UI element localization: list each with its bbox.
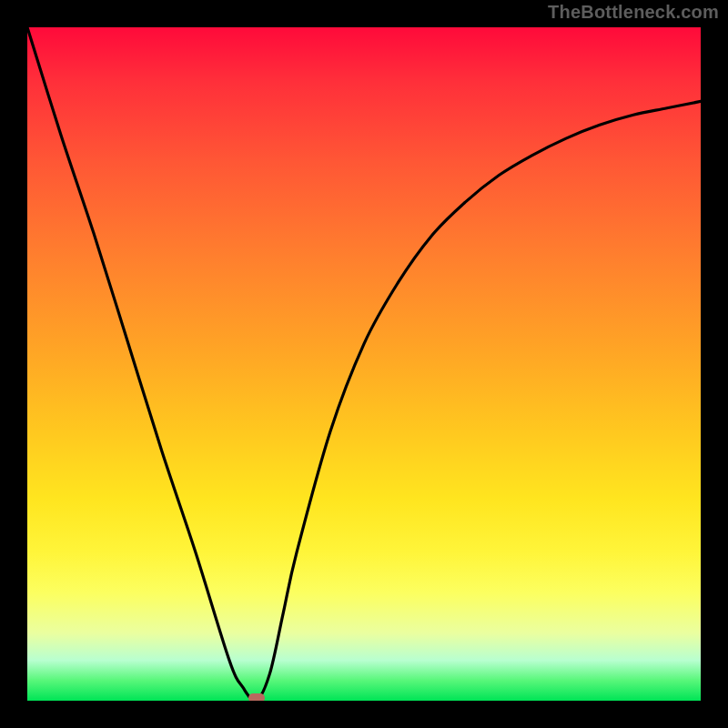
minimum-marker	[248, 693, 265, 701]
watermark-text: TheBottleneck.com	[548, 2, 719, 23]
chart-frame: TheBottleneck.com	[0, 0, 728, 728]
plot-area	[27, 27, 701, 701]
curve-path	[27, 27, 701, 701]
bottleneck-curve	[27, 27, 701, 701]
